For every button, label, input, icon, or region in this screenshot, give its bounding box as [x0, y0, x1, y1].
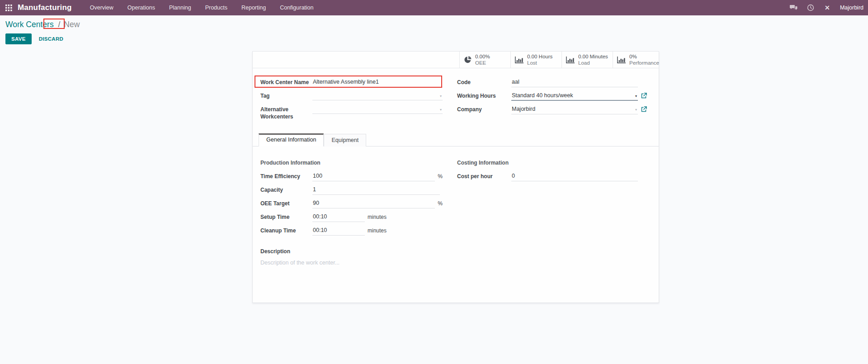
stat-button-strip: 0.00% OEE 0.00 Hours Lost	[253, 52, 659, 68]
field-row-capacity: Capacity 1	[260, 185, 443, 195]
breadcrumb-work-centers[interactable]: Work Centers	[5, 20, 54, 29]
code-label: Code	[457, 78, 511, 86]
chevron-down-icon: ▾	[440, 94, 442, 98]
setup-time-input[interactable]: 00:10	[312, 213, 365, 222]
pie-chart-icon	[464, 56, 472, 64]
working-hours-select[interactable]: Standard 40 hours/week ▾	[511, 91, 638, 101]
chevron-down-icon: ▾	[440, 108, 442, 112]
nav-item-operations[interactable]: Operations	[127, 5, 155, 11]
app-brand-title[interactable]: Manufacturing	[18, 3, 72, 12]
working-hours-label: Working Hours	[457, 91, 511, 99]
user-menu[interactable]: Majorbird	[840, 5, 863, 11]
cleanup-time-input[interactable]: 00:10	[312, 226, 365, 236]
stat-value: 0%	[629, 53, 659, 60]
field-row-cost-per-hour: Cost per hour 0	[457, 172, 659, 182]
alternative-workcenters-select[interactable]: ▾	[312, 105, 443, 114]
nav-item-products[interactable]: Products	[205, 5, 227, 11]
breadcrumb-separator: /	[58, 20, 61, 29]
messages-icon[interactable]	[789, 3, 798, 12]
stat-button-oee[interactable]: 0.00% OEE	[459, 52, 510, 68]
cleanup-time-label: Cleanup Time	[260, 226, 312, 234]
activities-clock-icon[interactable]	[806, 3, 815, 12]
field-row-setup-time: Setup Time 00:10 minutes	[260, 213, 443, 222]
field-row-alternative-workcenters: Alternative Workcenters ▾	[260, 105, 443, 120]
work-center-name-label: Work Center Name	[260, 78, 312, 86]
field-row-work-center-name: Work Center Name Alternative Assembly li…	[260, 78, 443, 88]
debug-tools-icon[interactable]: ✕	[823, 3, 832, 12]
description-textarea[interactable]: Description of the work center...	[260, 260, 659, 266]
control-panel-buttons: SAVE DISCARD	[0, 29, 868, 44]
oee-target-label: OEE Target	[260, 199, 312, 207]
breadcrumb: Work Centers / New	[0, 15, 868, 29]
tab-equipment[interactable]: Equipment	[324, 134, 366, 147]
field-row-cleanup-time: Cleanup Time 00:10 minutes	[260, 226, 443, 236]
costing-information-title: Costing Information	[457, 160, 659, 166]
stat-value: 0.00 Hours	[527, 53, 552, 60]
stat-label: Performance	[629, 60, 659, 66]
code-input[interactable]: aal	[511, 78, 638, 87]
field-row-code: Code aal	[457, 78, 659, 88]
chevron-down-icon: ▾	[635, 108, 637, 112]
production-information-title: Production Information	[260, 160, 443, 166]
minutes-suffix: minutes	[368, 226, 387, 234]
cost-per-hour-input[interactable]: 0	[511, 172, 638, 181]
time-efficiency-label: Time Efficiency	[260, 172, 312, 180]
field-row-working-hours: Working Hours Standard 40 hours/week ▾	[457, 91, 659, 101]
control-panel: Work Centers / New SAVE DISCARD	[0, 15, 868, 44]
bar-chart-icon	[515, 57, 524, 63]
field-row-tag: Tag ▾	[260, 91, 443, 101]
percent-suffix: %	[438, 172, 443, 180]
stat-button-performance[interactable]: 0% Performance	[613, 52, 659, 68]
stat-value: 0.00 Minutes	[578, 53, 608, 60]
field-row-company: Company Majorbird ▾	[457, 105, 659, 115]
field-row-time-efficiency: Time Efficiency 100 %	[260, 172, 443, 182]
stat-label: Lost	[527, 60, 552, 66]
nav-item-overview[interactable]: Overview	[90, 5, 113, 11]
discard-button[interactable]: DISCARD	[39, 36, 64, 42]
external-link-icon[interactable]	[641, 93, 647, 99]
chevron-down-icon: ▾	[635, 94, 637, 98]
apps-grid-icon[interactable]	[5, 5, 12, 11]
navbar-right-systray: ✕ Majorbird	[782, 3, 863, 12]
description-title: Description	[260, 248, 659, 255]
company-label: Company	[457, 105, 511, 113]
header-fields: Work Center Name Alternative Assembly li…	[253, 68, 659, 124]
field-row-oee-target: OEE Target 90 %	[260, 199, 443, 209]
capacity-input[interactable]: 1	[312, 185, 440, 195]
work-center-name-input[interactable]: Alternative Assembly line1	[312, 78, 443, 87]
nav-item-reporting[interactable]: Reporting	[241, 5, 266, 11]
company-select[interactable]: Majorbird ▾	[511, 105, 638, 114]
tag-label: Tag	[260, 91, 312, 99]
stat-button-minutes-load[interactable]: 0.00 Minutes Load	[561, 52, 613, 68]
save-button[interactable]: SAVE	[5, 33, 32, 44]
cost-per-hour-label: Cost per hour	[457, 172, 511, 180]
stat-label: OEE	[475, 60, 490, 66]
external-link-icon[interactable]	[641, 106, 647, 112]
main-menu: Overview Operations Planning Products Re…	[90, 0, 328, 15]
notebook-tabs: General Information Equipment	[253, 133, 659, 147]
minutes-suffix: minutes	[368, 213, 387, 220]
stat-label: Load	[578, 60, 608, 66]
stat-value: 0.00%	[475, 53, 490, 60]
nav-item-configuration[interactable]: Configuration	[280, 5, 313, 11]
setup-time-label: Setup Time	[260, 213, 312, 221]
bar-chart-icon	[617, 57, 626, 63]
work-center-form-sheet: 0.00% OEE 0.00 Hours Lost	[252, 51, 659, 303]
top-navbar: Manufacturing Overview Operations Planni…	[0, 0, 868, 15]
general-information-content: Production Information Time Efficiency 1…	[253, 147, 659, 240]
tab-general-information[interactable]: General Information	[259, 133, 324, 147]
breadcrumb-new: New	[64, 20, 80, 29]
oee-target-input[interactable]: 90	[312, 199, 435, 208]
alternative-workcenters-label: Alternative Workcenters	[260, 105, 312, 120]
capacity-label: Capacity	[260, 185, 312, 194]
percent-suffix: %	[438, 199, 443, 207]
description-section: Description Description of the work cent…	[260, 248, 659, 266]
nav-item-planning[interactable]: Planning	[169, 5, 191, 11]
bar-chart-icon	[566, 57, 575, 63]
stat-button-hours-lost[interactable]: 0.00 Hours Lost	[510, 52, 561, 68]
time-efficiency-input[interactable]: 100	[312, 172, 435, 181]
tag-select[interactable]: ▾	[312, 91, 443, 100]
